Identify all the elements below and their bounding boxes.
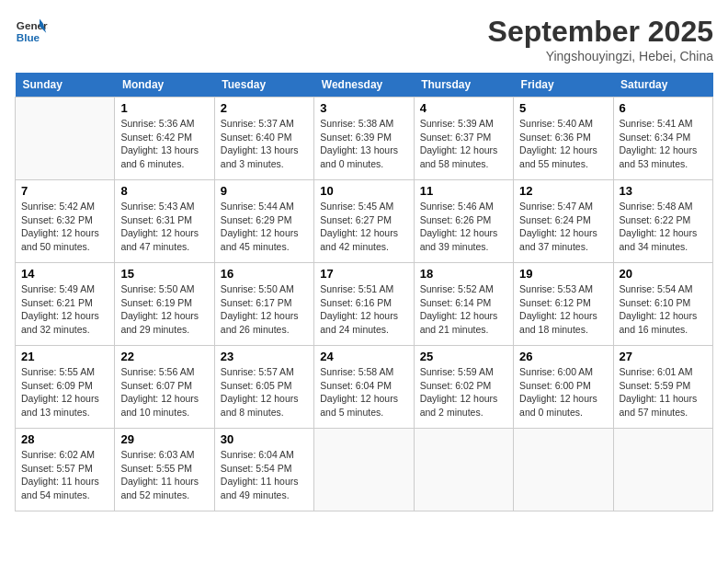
date-number: 30 [221, 432, 308, 446]
day-header-friday: Friday [514, 73, 613, 98]
cell-details: Sunrise: 5:41 AMSunset: 6:34 PMDaylight:… [620, 117, 707, 171]
cell-details: Sunrise: 5:57 AMSunset: 6:05 PMDaylight:… [221, 365, 308, 419]
day-header-monday: Monday [115, 73, 214, 98]
svg-text:Blue: Blue [17, 31, 40, 43]
cell-details: Sunrise: 5:45 AMSunset: 6:27 PMDaylight:… [320, 200, 407, 254]
calendar-cell: 14Sunrise: 5:49 AMSunset: 6:21 PMDayligh… [16, 263, 115, 346]
week-row-3: 14Sunrise: 5:49 AMSunset: 6:21 PMDayligh… [16, 263, 713, 346]
calendar-cell: 19Sunrise: 5:53 AMSunset: 6:12 PMDayligh… [514, 263, 613, 346]
calendar-cell: 27Sunrise: 6:01 AMSunset: 5:59 PMDayligh… [613, 346, 712, 429]
calendar-cell: 22Sunrise: 5:56 AMSunset: 6:07 PMDayligh… [115, 346, 214, 429]
calendar-cell: 15Sunrise: 5:50 AMSunset: 6:19 PMDayligh… [115, 263, 214, 346]
date-number: 13 [620, 184, 707, 198]
cell-details: Sunrise: 5:40 AMSunset: 6:36 PMDaylight:… [519, 117, 607, 171]
date-number: 8 [120, 184, 208, 198]
cell-details: Sunrise: 5:50 AMSunset: 6:19 PMDaylight:… [120, 282, 208, 337]
week-row-5: 28Sunrise: 6:02 AMSunset: 5:57 PMDayligh… [16, 429, 713, 511]
calendar-cell: 4Sunrise: 5:39 AMSunset: 6:37 PMDaylight… [414, 98, 513, 180]
calendar-cell: 25Sunrise: 5:59 AMSunset: 6:02 PMDayligh… [414, 346, 513, 429]
date-number: 4 [420, 101, 507, 115]
date-number: 15 [120, 267, 208, 281]
date-number: 29 [120, 432, 208, 446]
week-row-4: 21Sunrise: 5:55 AMSunset: 6:09 PMDayligh… [16, 346, 713, 429]
calendar-cell: 8Sunrise: 5:43 AMSunset: 6:31 PMDaylight… [115, 180, 214, 263]
day-header-tuesday: Tuesday [214, 73, 313, 98]
calendar-cell: 12Sunrise: 5:47 AMSunset: 6:24 PMDayligh… [514, 180, 613, 263]
cell-details: Sunrise: 5:58 AMSunset: 6:04 PMDaylight:… [320, 365, 407, 419]
cell-details: Sunrise: 6:02 AMSunset: 5:57 PMDaylight:… [21, 448, 108, 502]
cell-details: Sunrise: 5:46 AMSunset: 6:26 PMDaylight:… [420, 200, 507, 254]
calendar-cell: 9Sunrise: 5:44 AMSunset: 6:29 PMDaylight… [214, 180, 313, 263]
date-number: 11 [420, 184, 507, 198]
week-row-1: 1Sunrise: 5:36 AMSunset: 6:42 PMDaylight… [16, 98, 713, 180]
calendar-cell: 5Sunrise: 5:40 AMSunset: 6:36 PMDaylight… [514, 98, 613, 180]
date-number: 1 [120, 101, 208, 115]
date-number: 3 [320, 101, 407, 115]
calendar-cell: 2Sunrise: 5:37 AMSunset: 6:40 PMDaylight… [214, 98, 313, 180]
calendar-cell [514, 429, 613, 511]
day-header-row: SundayMondayTuesdayWednesdayThursdayFrid… [16, 73, 713, 98]
calendar-cell: 10Sunrise: 5:45 AMSunset: 6:27 PMDayligh… [314, 180, 414, 263]
calendar-cell: 21Sunrise: 5:55 AMSunset: 6:09 PMDayligh… [16, 346, 115, 429]
calendar-cell: 17Sunrise: 5:51 AMSunset: 6:16 PMDayligh… [314, 263, 414, 346]
calendar-cell: 11Sunrise: 5:46 AMSunset: 6:26 PMDayligh… [414, 180, 513, 263]
date-number: 25 [420, 350, 507, 363]
calendar-cell: 20Sunrise: 5:54 AMSunset: 6:10 PMDayligh… [613, 263, 712, 346]
calendar-cell: 3Sunrise: 5:38 AMSunset: 6:39 PMDaylight… [314, 98, 414, 180]
date-number: 28 [21, 432, 108, 446]
date-number: 18 [420, 267, 507, 281]
cell-details: Sunrise: 6:00 AMSunset: 6:00 PMDaylight:… [519, 365, 607, 419]
calendar-table: SundayMondayTuesdayWednesdayThursdayFrid… [15, 73, 713, 511]
calendar-cell: 26Sunrise: 6:00 AMSunset: 6:00 PMDayligh… [514, 346, 613, 429]
cell-details: Sunrise: 5:48 AMSunset: 6:22 PMDaylight:… [620, 200, 707, 254]
page-header: General Blue September 2025 Yingshouying… [15, 15, 713, 63]
date-number: 6 [620, 101, 707, 115]
week-row-2: 7Sunrise: 5:42 AMSunset: 6:32 PMDaylight… [16, 180, 713, 263]
date-number: 10 [320, 184, 407, 198]
day-header-sunday: Sunday [16, 73, 115, 98]
cell-details: Sunrise: 5:53 AMSunset: 6:12 PMDaylight:… [519, 282, 607, 337]
date-number: 14 [21, 267, 108, 281]
date-number: 27 [620, 350, 707, 363]
day-header-wednesday: Wednesday [314, 73, 414, 98]
cell-details: Sunrise: 5:55 AMSunset: 6:09 PMDaylight:… [21, 365, 108, 419]
cell-details: Sunrise: 5:36 AMSunset: 6:42 PMDaylight:… [120, 117, 208, 171]
calendar-cell: 30Sunrise: 6:04 AMSunset: 5:54 PMDayligh… [214, 429, 313, 511]
calendar-cell: 29Sunrise: 6:03 AMSunset: 5:55 PMDayligh… [115, 429, 214, 511]
date-number: 26 [519, 350, 607, 363]
cell-details: Sunrise: 5:49 AMSunset: 6:21 PMDaylight:… [21, 282, 108, 337]
cell-details: Sunrise: 5:37 AMSunset: 6:40 PMDaylight:… [221, 117, 308, 171]
calendar-cell: 16Sunrise: 5:50 AMSunset: 6:17 PMDayligh… [214, 263, 313, 346]
calendar-cell [613, 429, 712, 511]
calendar-cell: 6Sunrise: 5:41 AMSunset: 6:34 PMDaylight… [613, 98, 712, 180]
cell-details: Sunrise: 6:03 AMSunset: 5:55 PMDaylight:… [120, 448, 208, 502]
cell-details: Sunrise: 5:52 AMSunset: 6:14 PMDaylight:… [420, 282, 507, 337]
cell-details: Sunrise: 5:38 AMSunset: 6:39 PMDaylight:… [320, 117, 407, 171]
calendar-cell: 23Sunrise: 5:57 AMSunset: 6:05 PMDayligh… [214, 346, 313, 429]
date-number: 9 [221, 184, 308, 198]
date-number: 17 [320, 267, 407, 281]
day-header-saturday: Saturday [613, 73, 712, 98]
calendar-cell: 13Sunrise: 5:48 AMSunset: 6:22 PMDayligh… [613, 180, 712, 263]
cell-details: Sunrise: 5:59 AMSunset: 6:02 PMDaylight:… [420, 365, 507, 419]
calendar-cell: 7Sunrise: 5:42 AMSunset: 6:32 PMDaylight… [16, 180, 115, 263]
calendar-cell [414, 429, 513, 511]
cell-details: Sunrise: 5:54 AMSunset: 6:10 PMDaylight:… [620, 282, 707, 337]
date-number: 5 [519, 101, 607, 115]
title-section: September 2025 Yingshouyingzi, Hebei, Ch… [488, 15, 713, 63]
cell-details: Sunrise: 5:44 AMSunset: 6:29 PMDaylight:… [221, 200, 308, 254]
date-number: 20 [620, 267, 707, 281]
cell-details: Sunrise: 6:01 AMSunset: 5:59 PMDaylight:… [620, 365, 707, 419]
calendar-cell [314, 429, 414, 511]
cell-details: Sunrise: 5:42 AMSunset: 6:32 PMDaylight:… [21, 200, 108, 254]
calendar-cell: 18Sunrise: 5:52 AMSunset: 6:14 PMDayligh… [414, 263, 513, 346]
day-header-thursday: Thursday [414, 73, 513, 98]
date-number: 7 [21, 184, 108, 198]
cell-details: Sunrise: 5:51 AMSunset: 6:16 PMDaylight:… [320, 282, 407, 337]
date-number: 21 [21, 350, 108, 363]
location-subtitle: Yingshouyingzi, Hebei, China [488, 49, 713, 63]
cell-details: Sunrise: 5:47 AMSunset: 6:24 PMDaylight:… [519, 200, 607, 254]
date-number: 19 [519, 267, 607, 281]
date-number: 24 [320, 350, 407, 363]
calendar-cell [16, 98, 115, 180]
